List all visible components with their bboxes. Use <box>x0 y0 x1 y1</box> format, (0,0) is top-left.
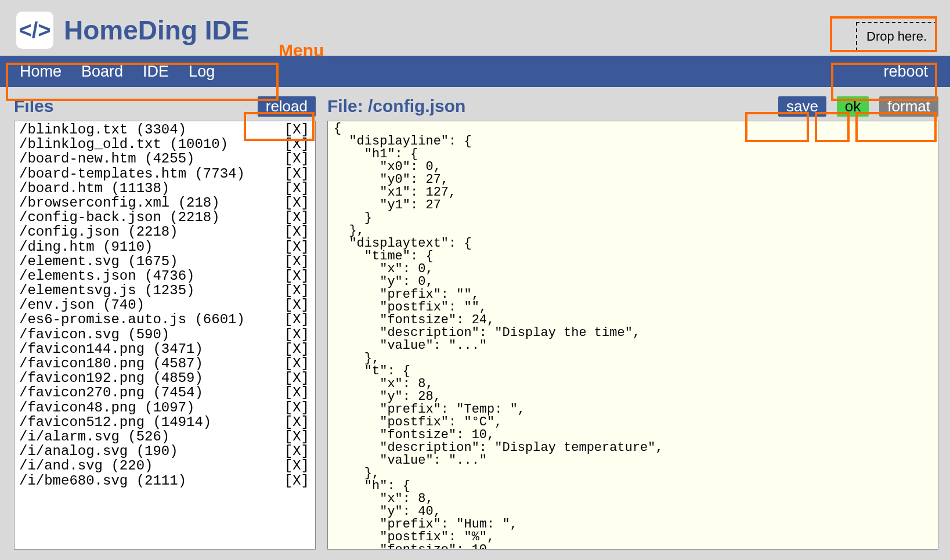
nav-item-home[interactable]: Home <box>20 63 62 81</box>
file-name[interactable]: /i/and.svg (220) <box>19 458 153 473</box>
file-name[interactable]: /env.json (740) <box>19 298 145 312</box>
format-button[interactable]: format <box>879 96 938 117</box>
file-delete-button[interactable]: [X] <box>284 210 309 225</box>
file-row[interactable]: /i/bme680.svg (2111)[X] <box>19 474 312 488</box>
ok-button[interactable]: ok <box>837 96 869 117</box>
file-delete-button[interactable]: [X] <box>284 327 309 342</box>
file-delete-button[interactable]: [X] <box>284 400 309 415</box>
file-delete-button[interactable]: [X] <box>284 254 309 269</box>
file-name[interactable]: /config.json (2218) <box>19 225 178 239</box>
file-delete-button[interactable]: [X] <box>284 458 309 473</box>
navbar: HomeBoardIDELog reboot <box>0 56 950 87</box>
file-name[interactable]: /blinklog.txt (3304) <box>19 122 186 137</box>
file-delete-button[interactable]: [X] <box>284 122 309 137</box>
file-name[interactable]: /favicon270.png (7454) <box>19 385 203 400</box>
file-delete-button[interactable]: [X] <box>284 415 309 429</box>
nav-item-log[interactable]: Log <box>189 63 215 81</box>
file-row[interactable]: /board.htm (11138)[X] <box>19 181 312 196</box>
file-row[interactable]: /blinklog.txt (3304)[X] <box>19 122 312 137</box>
files-pane: Files reload /blinklog.txt (3304)[X]/bli… <box>14 95 316 550</box>
logo-glyph: </> <box>19 18 51 43</box>
logo-icon: </> <box>16 12 53 49</box>
file-row[interactable]: /i/alarm.svg (526)[X] <box>19 429 312 444</box>
file-name[interactable]: /i/alarm.svg (526) <box>19 429 169 444</box>
file-name[interactable]: /element.svg (1675) <box>19 254 178 269</box>
reload-button[interactable]: reload <box>258 96 316 117</box>
drop-zone[interactable]: Drop here. <box>856 22 937 51</box>
file-row[interactable]: /config-back.json (2218)[X] <box>19 210 312 225</box>
file-row[interactable]: /favicon512.png (14914)[X] <box>19 415 312 429</box>
file-delete-button[interactable]: [X] <box>284 356 309 371</box>
save-button[interactable]: save <box>778 96 826 117</box>
file-name[interactable]: /i/analog.svg (190) <box>19 444 178 458</box>
file-row[interactable]: /favicon270.png (7454)[X] <box>19 385 312 400</box>
file-name[interactable]: /favicon512.png (14914) <box>19 415 211 429</box>
file-delete-button[interactable]: [X] <box>284 283 309 298</box>
file-delete-button[interactable]: [X] <box>284 474 309 488</box>
file-name[interactable]: /config-back.json (2218) <box>19 210 220 225</box>
file-delete-button[interactable]: [X] <box>284 444 309 458</box>
file-row[interactable]: /browserconfig.xml (218)[X] <box>19 196 312 210</box>
file-row[interactable]: /favicon.svg (590)[X] <box>19 327 312 342</box>
file-name[interactable]: /favicon144.png (3471) <box>19 342 203 356</box>
file-delete-button[interactable]: [X] <box>284 342 309 356</box>
file-name[interactable]: /favicon48.png (1097) <box>19 400 194 415</box>
files-title: Files <box>14 96 53 116</box>
file-name[interactable]: /i/bme680.svg (2111) <box>19 474 186 488</box>
file-delete-button[interactable]: [X] <box>284 196 309 210</box>
editor-title-prefix: File: <box>327 96 368 115</box>
file-delete-button[interactable]: [X] <box>284 429 309 444</box>
file-delete-button[interactable]: [X] <box>284 371 309 385</box>
file-name[interactable]: /board.htm (11138) <box>19 181 169 196</box>
file-row[interactable]: /blinklog_old.txt (10010)[X] <box>19 137 312 151</box>
file-name[interactable]: /board-templates.htm (7734) <box>19 167 245 181</box>
file-name[interactable]: /elementsvg.js (1235) <box>19 283 194 298</box>
page-title: HomeDing IDE <box>64 15 249 46</box>
file-row[interactable]: /elementsvg.js (1235)[X] <box>19 283 312 298</box>
file-row[interactable]: /board-templates.htm (7734)[X] <box>19 167 312 181</box>
main: Files reload /blinklog.txt (3304)[X]/bli… <box>0 87 950 550</box>
file-row[interactable]: /board-new.htm (4255)[X] <box>19 151 312 166</box>
file-row[interactable]: /favicon144.png (3471)[X] <box>19 342 312 356</box>
editor-filename: /config.json <box>368 96 465 115</box>
file-row[interactable]: /element.svg (1675)[X] <box>19 254 312 269</box>
file-delete-button[interactable]: [X] <box>284 137 309 151</box>
file-row[interactable]: /favicon180.png (4587)[X] <box>19 356 312 371</box>
file-name[interactable]: /blinklog_old.txt (10010) <box>19 137 228 151</box>
file-delete-button[interactable]: [X] <box>284 298 309 312</box>
file-delete-button[interactable]: [X] <box>284 167 309 181</box>
file-row[interactable]: /favicon48.png (1097)[X] <box>19 400 312 415</box>
file-row[interactable]: /env.json (740)[X] <box>19 298 312 312</box>
file-delete-button[interactable]: [X] <box>284 385 309 400</box>
editor-pane: File: /config.json save ok format { "dis… <box>327 95 938 550</box>
file-delete-button[interactable]: [X] <box>284 225 309 239</box>
file-row[interactable]: /ding.htm (9110)[X] <box>19 240 312 254</box>
file-row[interactable]: /es6-promise.auto.js (6601)[X] <box>19 312 312 327</box>
file-row[interactable]: /i/analog.svg (190)[X] <box>19 444 312 458</box>
file-name[interactable]: /favicon.svg (590) <box>19 327 169 342</box>
file-delete-button[interactable]: [X] <box>284 240 309 254</box>
editor-title: File: /config.json <box>327 96 465 116</box>
file-row[interactable]: /favicon192.png (4859)[X] <box>19 371 312 385</box>
editor-textarea[interactable]: { "displayline": { "h1": { "x0": 0, "y0"… <box>327 121 938 550</box>
menu-annotation: Menu <box>279 41 324 60</box>
file-delete-button[interactable]: [X] <box>284 312 309 327</box>
file-list[interactable]: /blinklog.txt (3304)[X]/blinklog_old.txt… <box>14 121 316 550</box>
file-name[interactable]: /favicon180.png (4587) <box>19 356 203 371</box>
file-name[interactable]: /elements.json (4736) <box>19 269 194 283</box>
file-delete-button[interactable]: [X] <box>284 151 309 166</box>
file-row[interactable]: /i/and.svg (220)[X] <box>19 458 312 473</box>
nav-item-ide[interactable]: IDE <box>143 63 169 81</box>
file-name[interactable]: /ding.htm (9110) <box>19 240 153 254</box>
file-delete-button[interactable]: [X] <box>284 181 309 196</box>
reboot-button[interactable]: reboot <box>873 60 938 83</box>
file-name[interactable]: /browserconfig.xml (218) <box>19 196 220 210</box>
header: </> HomeDing IDE Menu Drop here. <box>0 0 950 56</box>
file-name[interactable]: /board-new.htm (4255) <box>19 151 194 166</box>
file-row[interactable]: /config.json (2218)[X] <box>19 225 312 239</box>
nav-item-board[interactable]: Board <box>81 63 123 81</box>
file-delete-button[interactable]: [X] <box>284 269 309 283</box>
file-row[interactable]: /elements.json (4736)[X] <box>19 269 312 283</box>
file-name[interactable]: /es6-promise.auto.js (6601) <box>19 312 245 327</box>
file-name[interactable]: /favicon192.png (4859) <box>19 371 203 385</box>
